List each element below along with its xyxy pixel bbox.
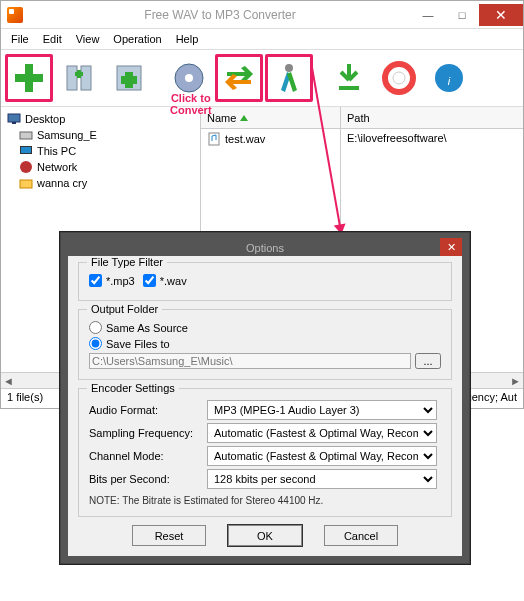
- close-button[interactable]: ✕: [479, 4, 523, 26]
- svg-point-8: [185, 74, 193, 82]
- bitrate-note: NOTE: The Bitrate is Estimated for Stere…: [89, 495, 441, 506]
- maximize-button[interactable]: □: [445, 4, 479, 26]
- dialog-close-button[interactable]: ✕: [440, 238, 462, 256]
- status-file-count: 1 file(s): [7, 391, 67, 406]
- filter-mp3-checkbox[interactable]: *.mp3: [89, 274, 135, 287]
- cd-button[interactable]: [165, 54, 213, 102]
- bits-per-second-label: Bits per Second:: [89, 473, 199, 485]
- desktop-icon: [7, 112, 21, 126]
- toolbar: i: [1, 50, 523, 107]
- svg-rect-6: [121, 76, 137, 84]
- add-file-button[interactable]: [5, 54, 53, 102]
- tree-item[interactable]: wanna cry: [5, 175, 196, 191]
- svg-rect-22: [209, 133, 219, 145]
- svg-point-12: [393, 72, 405, 84]
- help-lifebuoy-button[interactable]: [375, 54, 423, 102]
- same-as-source-radio[interactable]: Same As Source: [89, 321, 188, 334]
- channel-mode-label: Channel Mode:: [89, 450, 199, 462]
- network-icon: [19, 160, 33, 174]
- audio-file-icon: [207, 132, 221, 146]
- add-folder-button[interactable]: [105, 54, 153, 102]
- output-folder-group: Output Folder Same As Source Save Files …: [78, 309, 452, 380]
- svg-rect-3: [81, 66, 91, 90]
- file-type-filter-group: File Type Filter *.mp3 *.wav: [78, 262, 452, 301]
- ok-button[interactable]: OK: [228, 525, 302, 546]
- channel-mode-select[interactable]: Automatic (Fastest & Optimal Way, Recomm…: [207, 446, 437, 466]
- column-header-path[interactable]: Path: [341, 107, 523, 129]
- titlebar: Free WAV to MP3 Converter — □ ✕: [1, 1, 523, 29]
- svg-rect-10: [339, 86, 359, 90]
- sampling-freq-label: Sampling Frequency:: [89, 427, 199, 439]
- folder-icon: [19, 176, 33, 190]
- svg-point-20: [20, 161, 32, 173]
- drive-icon: [19, 128, 33, 142]
- sort-asc-icon: [240, 115, 248, 121]
- svg-rect-2: [67, 66, 77, 90]
- svg-point-9: [285, 64, 293, 72]
- scroll-left-icon[interactable]: ◄: [3, 375, 14, 387]
- list-item[interactable]: test.wav: [207, 131, 334, 147]
- settings-button[interactable]: [265, 54, 313, 102]
- audio-format-label: Audio Format:: [89, 404, 199, 416]
- reset-button[interactable]: Reset: [132, 525, 206, 546]
- tree-item[interactable]: This PC: [5, 143, 196, 159]
- save-files-to-radio[interactable]: Save Files to: [89, 337, 170, 350]
- svg-rect-15: [8, 114, 20, 122]
- convert-button[interactable]: [215, 54, 263, 102]
- svg-rect-17: [20, 132, 32, 139]
- add-multi-button[interactable]: [55, 54, 103, 102]
- list-item-path[interactable]: E:\ilovefreesoftware\: [347, 131, 517, 145]
- tree-root[interactable]: Desktop: [5, 111, 196, 127]
- menu-operation[interactable]: Operation: [113, 33, 161, 45]
- browse-button[interactable]: ...: [415, 353, 441, 369]
- bits-per-second-select[interactable]: 128 kbits per second: [207, 469, 437, 489]
- download-button[interactable]: [325, 54, 373, 102]
- svg-rect-1: [15, 74, 43, 82]
- menubar: File Edit View Operation Help: [1, 29, 523, 50]
- menu-edit[interactable]: Edit: [43, 33, 62, 45]
- tree-item[interactable]: Network: [5, 159, 196, 175]
- app-icon: [7, 7, 23, 23]
- info-button[interactable]: i: [425, 54, 473, 102]
- menu-view[interactable]: View: [76, 33, 100, 45]
- minimize-button[interactable]: —: [411, 4, 445, 26]
- audio-format-select[interactable]: MP3 (MPEG-1 Audio Layer 3): [207, 400, 437, 420]
- scroll-right-icon[interactable]: ►: [510, 375, 521, 387]
- sampling-freq-select[interactable]: Automatic (Fastest & Optimal Way, Recomm…: [207, 423, 437, 443]
- tree-item[interactable]: Samsung_E: [5, 127, 196, 143]
- svg-rect-16: [12, 122, 16, 124]
- filter-wav-checkbox[interactable]: *.wav: [143, 274, 187, 287]
- cancel-button[interactable]: Cancel: [324, 525, 398, 546]
- dialog-titlebar: Options ✕: [68, 240, 462, 256]
- menu-help[interactable]: Help: [176, 33, 199, 45]
- window-title: Free WAV to MP3 Converter: [29, 8, 411, 22]
- encoder-settings-group: Encoder Settings Audio Format: MP3 (MPEG…: [78, 388, 452, 517]
- svg-rect-21: [20, 180, 32, 188]
- svg-rect-19: [21, 147, 31, 153]
- column-header-name[interactable]: Name: [201, 107, 340, 129]
- menu-file[interactable]: File: [11, 33, 29, 45]
- output-path-input[interactable]: [89, 353, 411, 369]
- pc-icon: [19, 144, 33, 158]
- options-dialog: Options ✕ File Type Filter *.mp3 *.wav O…: [60, 232, 470, 564]
